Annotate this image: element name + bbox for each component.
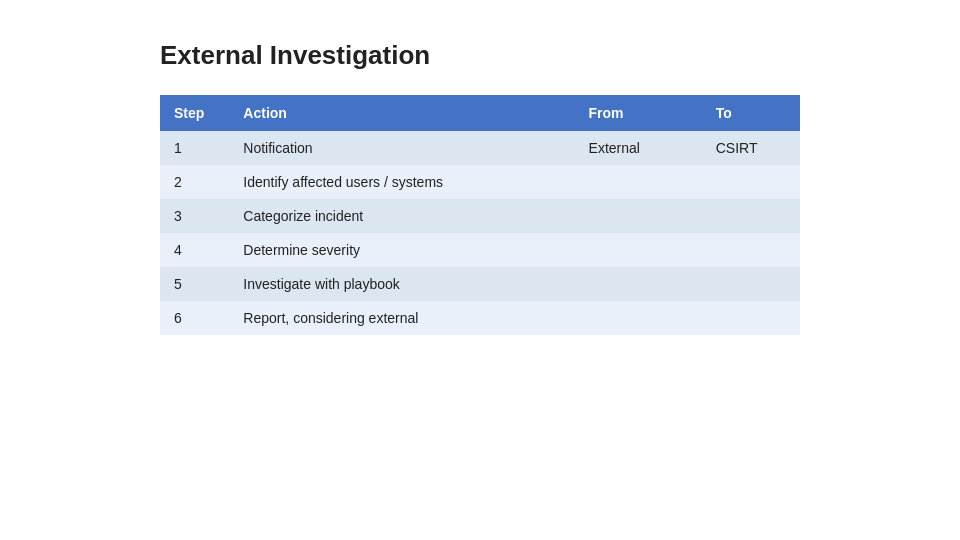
cell-action-1: Notification [229, 131, 574, 165]
main-table: Step Action From To 1NotificationExterna… [160, 95, 800, 335]
cell-step-3: 3 [160, 199, 229, 233]
table-header-row: Step Action From To [160, 95, 800, 131]
cell-to-2 [702, 165, 800, 199]
cell-step-4: 4 [160, 233, 229, 267]
page-container: External Investigation Step Action From … [0, 0, 960, 375]
header-action: Action [229, 95, 574, 131]
table-row: 2Identify affected users / systems [160, 165, 800, 199]
cell-to-5 [702, 267, 800, 301]
header-step: Step [160, 95, 229, 131]
cell-action-4: Determine severity [229, 233, 574, 267]
cell-from-1: External [575, 131, 702, 165]
cell-action-2: Identify affected users / systems [229, 165, 574, 199]
page-title: External Investigation [160, 40, 800, 71]
cell-step-1: 1 [160, 131, 229, 165]
cell-action-5: Investigate with playbook [229, 267, 574, 301]
cell-from-6 [575, 301, 702, 335]
header-to: To [702, 95, 800, 131]
cell-action-6: Report, considering external [229, 301, 574, 335]
cell-to-6 [702, 301, 800, 335]
cell-step-2: 2 [160, 165, 229, 199]
cell-to-3 [702, 199, 800, 233]
cell-step-5: 5 [160, 267, 229, 301]
table-row: 3Categorize incident [160, 199, 800, 233]
header-from: From [575, 95, 702, 131]
table-row: 6Report, considering external [160, 301, 800, 335]
cell-from-3 [575, 199, 702, 233]
cell-to-4 [702, 233, 800, 267]
table-row: 1NotificationExternalCSIRT [160, 131, 800, 165]
cell-to-1: CSIRT [702, 131, 800, 165]
cell-from-5 [575, 267, 702, 301]
cell-action-3: Categorize incident [229, 199, 574, 233]
cell-step-6: 6 [160, 301, 229, 335]
cell-from-2 [575, 165, 702, 199]
table-row: 5Investigate with playbook [160, 267, 800, 301]
cell-from-4 [575, 233, 702, 267]
table-row: 4Determine severity [160, 233, 800, 267]
